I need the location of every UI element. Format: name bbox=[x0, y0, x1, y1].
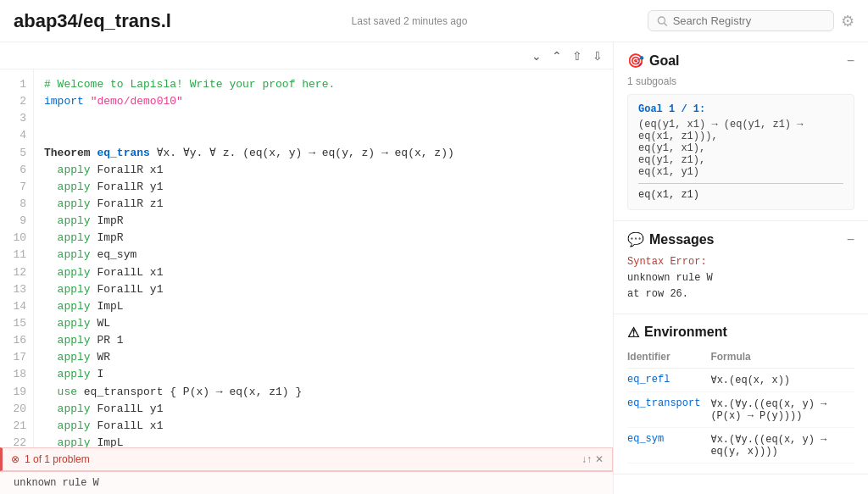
env-table-row: eq_transport∀x.(∀y.((eq(x, y) → (P(x) → … bbox=[627, 391, 854, 427]
code-line: # Welcome to Lapisla! Write your proof h… bbox=[44, 76, 603, 93]
goal-collapse-btn[interactable]: − bbox=[847, 54, 854, 68]
code-container: 1234567891011121314151617181920212223242… bbox=[0, 69, 613, 447]
search-input[interactable] bbox=[673, 14, 825, 27]
environment-section-title: ⚠ Environment bbox=[627, 325, 727, 341]
search-registry-box[interactable] bbox=[648, 10, 834, 31]
goal-label: Goal 1 / 1: bbox=[638, 103, 843, 115]
double-up-btn[interactable]: ⇧ bbox=[569, 47, 586, 64]
svg-line-1 bbox=[665, 23, 667, 25]
main-layout: ⌄ ⌃ ⇧ ⇩ 12345678910111213141516171819202… bbox=[0, 42, 868, 494]
save-status: Last saved 2 minutes ago bbox=[352, 15, 468, 27]
code-line: apply ForallR z1 bbox=[44, 196, 603, 213]
code-line: apply WR bbox=[44, 349, 603, 366]
message-content: Syntax Error: unknown rule W at row 26. bbox=[627, 254, 854, 303]
code-line: apply ImpR bbox=[44, 230, 603, 247]
code-line: apply ImpR bbox=[44, 213, 603, 230]
goal-hypothesis: eq(y1, z1), bbox=[638, 154, 843, 166]
code-line: apply ForallL x1 bbox=[44, 418, 603, 435]
goal-title-text: Goal bbox=[649, 53, 680, 69]
code-editor[interactable]: 1234567891011121314151617181920212223242… bbox=[0, 69, 613, 447]
code-line: apply ForallR y1 bbox=[44, 179, 603, 196]
environment-table: Identifier Formula eq_refl∀x.(eq(x, x))e… bbox=[627, 347, 854, 463]
error-message-text: unknown rule W bbox=[14, 477, 99, 489]
env-table-row: eq_sym∀x.(∀y.((eq(x, y) → eq(y, x)))) bbox=[627, 427, 854, 463]
code-line: apply ForallL y1 bbox=[44, 401, 603, 418]
message-error-line2: at row 26. bbox=[627, 286, 854, 303]
error-count: 1 of 1 problem bbox=[25, 453, 581, 465]
search-icon bbox=[657, 15, 668, 27]
code-line: apply WL bbox=[44, 315, 603, 332]
goal-conclusion: eq(x1, z1) bbox=[638, 189, 843, 201]
error-icon: ⊗ bbox=[11, 453, 19, 465]
env-identifier: eq_sym bbox=[627, 427, 710, 463]
error-sort-btn[interactable]: ↓↑ bbox=[581, 453, 592, 465]
editor-toolbar: ⌄ ⌃ ⇧ ⇩ bbox=[0, 42, 613, 69]
settings-icon[interactable]: ⚙ bbox=[841, 12, 854, 31]
messages-section-title: 💬 Messages bbox=[627, 231, 715, 247]
double-down-btn[interactable]: ⇩ bbox=[589, 47, 606, 64]
error-actions: ↓↑ ✕ bbox=[581, 453, 604, 465]
goal-hypothesis: eq(x1, y1) bbox=[638, 166, 843, 178]
error-bar: ⊗ 1 of 1 problem ↓↑ ✕ bbox=[0, 447, 613, 471]
messages-icon: 💬 bbox=[627, 231, 644, 247]
messages-collapse-btn[interactable]: − bbox=[847, 233, 854, 247]
error-close-btn[interactable]: ✕ bbox=[595, 453, 604, 465]
header-right: ⚙ bbox=[648, 10, 854, 31]
code-line: apply ForallL x1 bbox=[44, 264, 603, 281]
code-line bbox=[44, 110, 603, 127]
code-line: apply ForallR x1 bbox=[44, 162, 603, 179]
goal-section: 🎯 Goal − 1 subgoals Goal 1 / 1: (eq(y1, … bbox=[614, 42, 868, 221]
code-body[interactable]: # Welcome to Lapisla! Write your proof h… bbox=[34, 69, 613, 447]
goal-icon: 🎯 bbox=[627, 53, 644, 69]
env-identifier: eq_refl bbox=[627, 368, 710, 391]
editor-panel: ⌄ ⌃ ⇧ ⇩ 12345678910111213141516171819202… bbox=[0, 42, 614, 494]
code-line: import "demo/demo010" bbox=[44, 93, 603, 110]
code-line: apply ForallL y1 bbox=[44, 281, 603, 298]
code-line: Theorem eq_trans ∀x. ∀y. ∀ z. (eq(x, y) … bbox=[44, 145, 603, 162]
header: abap34/eq_trans.l Last saved 2 minutes a… bbox=[0, 0, 868, 42]
env-identifier: eq_transport bbox=[627, 391, 710, 427]
messages-section-header: 💬 Messages − bbox=[627, 231, 854, 247]
env-formula: ∀x.(∀y.((eq(x, y) → eq(y, x)))) bbox=[710, 427, 854, 463]
right-panel: 🎯 Goal − 1 subgoals Goal 1 / 1: (eq(y1, … bbox=[614, 42, 868, 494]
messages-title-text: Messages bbox=[649, 232, 715, 247]
goal-section-title: 🎯 Goal bbox=[627, 53, 680, 69]
goal-hypothesis: eq(y1, x1), bbox=[638, 142, 843, 154]
env-col-formula: Formula bbox=[710, 347, 854, 369]
environment-icon: ⚠ bbox=[627, 325, 639, 341]
line-numbers: 1234567891011121314151617181920212223242… bbox=[0, 69, 34, 447]
env-formula: ∀x.(∀y.((eq(x, y) → (P(x) → P(y)))) bbox=[710, 391, 854, 427]
goal-divider bbox=[638, 183, 843, 184]
code-line: apply I bbox=[44, 366, 603, 383]
chevron-down-btn[interactable]: ⌄ bbox=[528, 47, 545, 64]
goal-hypothesis: (eq(y1, x1) → (eq(y1, z1) → eq(x1, z1)))… bbox=[638, 119, 843, 142]
code-line: apply PR 1 bbox=[44, 332, 603, 349]
code-line: apply ImpL bbox=[44, 298, 603, 315]
code-line bbox=[44, 127, 603, 144]
code-line: apply ImpL bbox=[44, 435, 603, 447]
page-title: abap34/eq_trans.l bbox=[14, 10, 171, 32]
env-table-row: eq_refl∀x.(eq(x, x)) bbox=[627, 368, 854, 391]
environment-section: ⚠ Environment Identifier Formula eq_refl… bbox=[614, 314, 868, 475]
message-error-line1: unknown rule W bbox=[627, 270, 854, 286]
goal-section-header: 🎯 Goal − bbox=[627, 53, 854, 69]
env-col-identifier: Identifier bbox=[627, 347, 710, 369]
goal-box: Goal 1 / 1: (eq(y1, x1) → (eq(y1, z1) → … bbox=[627, 94, 854, 210]
message-error-label: Syntax Error: bbox=[627, 254, 854, 270]
svg-point-0 bbox=[658, 17, 665, 24]
environment-section-header: ⚠ Environment bbox=[627, 325, 854, 341]
goal-hypotheses: (eq(y1, x1) → (eq(y1, z1) → eq(x1, z1)))… bbox=[638, 119, 843, 178]
messages-section: 💬 Messages − Syntax Error: unknown rule … bbox=[614, 221, 868, 314]
code-line: apply eq_sym bbox=[44, 247, 603, 264]
subgoals-count: 1 subgoals bbox=[627, 75, 854, 87]
chevron-up-btn[interactable]: ⌃ bbox=[548, 47, 565, 64]
env-formula: ∀x.(eq(x, x)) bbox=[710, 368, 854, 391]
environment-title-text: Environment bbox=[644, 325, 727, 340]
error-message-box: unknown rule W bbox=[0, 471, 613, 494]
code-line: use eq_transport { P(x) → eq(x, z1) } bbox=[44, 384, 603, 401]
